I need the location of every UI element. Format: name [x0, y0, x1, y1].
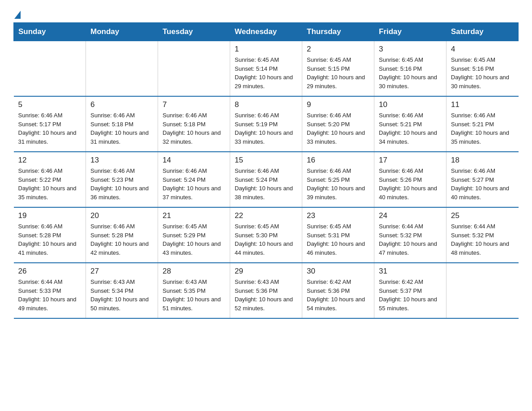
- day-number: 18: [451, 156, 514, 165]
- day-cell: 5Sunrise: 6:46 AM Sunset: 5:17 PM Daylig…: [14, 96, 86, 152]
- day-number: 11: [451, 100, 514, 109]
- day-info: Sunrise: 6:46 AM Sunset: 5:18 PM Dayligh…: [163, 111, 225, 146]
- weekday-monday: Monday: [86, 23, 158, 41]
- day-number: 25: [451, 211, 514, 220]
- day-cell: 8Sunrise: 6:46 AM Sunset: 5:19 PM Daylig…: [230, 96, 302, 152]
- day-cell: 16Sunrise: 6:46 AM Sunset: 5:25 PM Dayli…: [302, 152, 374, 207]
- weekday-sunday: Sunday: [14, 23, 86, 41]
- day-cell: 10Sunrise: 6:46 AM Sunset: 5:21 PM Dayli…: [374, 96, 446, 152]
- logo: [13, 9, 21, 18]
- week-row-3: 12Sunrise: 6:46 AM Sunset: 5:22 PM Dayli…: [14, 152, 519, 207]
- day-cell: 23Sunrise: 6:45 AM Sunset: 5:31 PM Dayli…: [302, 207, 374, 263]
- day-cell: 3Sunrise: 6:45 AM Sunset: 5:16 PM Daylig…: [374, 41, 446, 97]
- day-number: 10: [379, 100, 442, 109]
- day-cell: 1Sunrise: 6:45 AM Sunset: 5:14 PM Daylig…: [230, 41, 302, 97]
- day-info: Sunrise: 6:46 AM Sunset: 5:24 PM Dayligh…: [235, 167, 297, 201]
- day-number: 29: [235, 267, 297, 276]
- day-number: 26: [18, 267, 82, 276]
- day-cell: 6Sunrise: 6:46 AM Sunset: 5:18 PM Daylig…: [86, 96, 158, 152]
- day-cell: 22Sunrise: 6:45 AM Sunset: 5:30 PM Dayli…: [230, 207, 302, 263]
- day-info: Sunrise: 6:46 AM Sunset: 5:19 PM Dayligh…: [235, 111, 297, 146]
- day-info: Sunrise: 6:44 AM Sunset: 5:33 PM Dayligh…: [18, 278, 82, 313]
- day-number: 19: [18, 211, 82, 220]
- day-number: 16: [307, 156, 369, 165]
- day-cell: 31Sunrise: 6:42 AM Sunset: 5:37 PM Dayli…: [374, 263, 446, 318]
- day-cell: 28Sunrise: 6:43 AM Sunset: 5:35 PM Dayli…: [158, 263, 230, 318]
- day-info: Sunrise: 6:45 AM Sunset: 5:14 PM Dayligh…: [235, 56, 297, 90]
- calendar-body: 1Sunrise: 6:45 AM Sunset: 5:14 PM Daylig…: [14, 41, 519, 319]
- day-cell: 24Sunrise: 6:44 AM Sunset: 5:32 PM Dayli…: [374, 207, 446, 263]
- day-info: Sunrise: 6:45 AM Sunset: 5:29 PM Dayligh…: [163, 222, 225, 257]
- weekday-wednesday: Wednesday: [230, 23, 302, 41]
- weekday-friday: Friday: [374, 23, 446, 41]
- logo-arrow-icon: [14, 11, 21, 19]
- day-info: Sunrise: 6:45 AM Sunset: 5:16 PM Dayligh…: [379, 56, 442, 90]
- weekday-tuesday: Tuesday: [158, 23, 230, 41]
- day-info: Sunrise: 6:46 AM Sunset: 5:24 PM Dayligh…: [163, 167, 225, 201]
- day-info: Sunrise: 6:46 AM Sunset: 5:20 PM Dayligh…: [307, 111, 369, 146]
- day-cell: [86, 41, 158, 97]
- day-number: 31: [379, 267, 442, 276]
- day-cell: [158, 41, 230, 97]
- day-cell: 7Sunrise: 6:46 AM Sunset: 5:18 PM Daylig…: [158, 96, 230, 152]
- day-number: 9: [307, 100, 369, 109]
- day-number: 28: [163, 267, 225, 276]
- day-info: Sunrise: 6:45 AM Sunset: 5:30 PM Dayligh…: [235, 222, 297, 257]
- day-number: 7: [163, 100, 225, 109]
- day-number: 2: [307, 45, 369, 54]
- day-info: Sunrise: 6:45 AM Sunset: 5:16 PM Dayligh…: [451, 56, 514, 90]
- day-info: Sunrise: 6:43 AM Sunset: 5:34 PM Dayligh…: [90, 278, 153, 313]
- week-row-4: 19Sunrise: 6:46 AM Sunset: 5:28 PM Dayli…: [14, 207, 519, 263]
- day-cell: 17Sunrise: 6:46 AM Sunset: 5:26 PM Dayli…: [374, 152, 446, 207]
- week-row-2: 5Sunrise: 6:46 AM Sunset: 5:17 PM Daylig…: [14, 96, 519, 152]
- day-info: Sunrise: 6:46 AM Sunset: 5:28 PM Dayligh…: [90, 222, 153, 257]
- day-info: Sunrise: 6:46 AM Sunset: 5:18 PM Dayligh…: [90, 111, 153, 146]
- day-cell: 4Sunrise: 6:45 AM Sunset: 5:16 PM Daylig…: [446, 41, 519, 97]
- day-number: 24: [379, 211, 442, 220]
- day-cell: 27Sunrise: 6:43 AM Sunset: 5:34 PM Dayli…: [86, 263, 158, 318]
- week-row-1: 1Sunrise: 6:45 AM Sunset: 5:14 PM Daylig…: [14, 41, 519, 97]
- day-number: 8: [235, 100, 297, 109]
- day-number: 21: [163, 211, 225, 220]
- day-info: Sunrise: 6:44 AM Sunset: 5:32 PM Dayligh…: [379, 222, 442, 257]
- day-number: 4: [451, 45, 514, 54]
- day-cell: 15Sunrise: 6:46 AM Sunset: 5:24 PM Dayli…: [230, 152, 302, 207]
- day-number: 27: [90, 267, 153, 276]
- day-number: 5: [18, 100, 82, 109]
- day-info: Sunrise: 6:42 AM Sunset: 5:37 PM Dayligh…: [379, 278, 442, 313]
- day-info: Sunrise: 6:46 AM Sunset: 5:27 PM Dayligh…: [451, 167, 514, 201]
- day-info: Sunrise: 6:46 AM Sunset: 5:21 PM Dayligh…: [379, 111, 442, 146]
- day-cell: 26Sunrise: 6:44 AM Sunset: 5:33 PM Dayli…: [14, 263, 86, 318]
- day-number: 6: [90, 100, 153, 109]
- day-number: 3: [379, 45, 442, 54]
- day-info: Sunrise: 6:42 AM Sunset: 5:36 PM Dayligh…: [307, 278, 369, 313]
- day-info: Sunrise: 6:45 AM Sunset: 5:15 PM Dayligh…: [307, 56, 369, 90]
- weekday-saturday: Saturday: [446, 23, 519, 41]
- day-info: Sunrise: 6:46 AM Sunset: 5:21 PM Dayligh…: [451, 111, 514, 146]
- day-number: 15: [235, 156, 297, 165]
- day-cell: 14Sunrise: 6:46 AM Sunset: 5:24 PM Dayli…: [158, 152, 230, 207]
- day-number: 14: [163, 156, 225, 165]
- day-cell: 9Sunrise: 6:46 AM Sunset: 5:20 PM Daylig…: [302, 96, 374, 152]
- day-cell: [446, 263, 519, 318]
- day-cell: 19Sunrise: 6:46 AM Sunset: 5:28 PM Dayli…: [14, 207, 86, 263]
- day-cell: 20Sunrise: 6:46 AM Sunset: 5:28 PM Dayli…: [86, 207, 158, 263]
- day-cell: 21Sunrise: 6:45 AM Sunset: 5:29 PM Dayli…: [158, 207, 230, 263]
- day-info: Sunrise: 6:46 AM Sunset: 5:25 PM Dayligh…: [307, 167, 369, 201]
- day-info: Sunrise: 6:46 AM Sunset: 5:26 PM Dayligh…: [379, 167, 442, 201]
- day-number: 17: [379, 156, 442, 165]
- weekday-header-row: SundayMondayTuesdayWednesdayThursdayFrid…: [14, 23, 519, 41]
- day-info: Sunrise: 6:46 AM Sunset: 5:17 PM Dayligh…: [18, 111, 82, 146]
- page-header: [13, 9, 519, 18]
- day-info: Sunrise: 6:46 AM Sunset: 5:23 PM Dayligh…: [90, 167, 153, 201]
- day-cell: [14, 41, 86, 97]
- day-number: 1: [235, 45, 297, 54]
- day-cell: 11Sunrise: 6:46 AM Sunset: 5:21 PM Dayli…: [446, 96, 519, 152]
- day-cell: 30Sunrise: 6:42 AM Sunset: 5:36 PM Dayli…: [302, 263, 374, 318]
- day-info: Sunrise: 6:44 AM Sunset: 5:32 PM Dayligh…: [451, 222, 514, 257]
- day-info: Sunrise: 6:45 AM Sunset: 5:31 PM Dayligh…: [307, 222, 369, 257]
- day-number: 23: [307, 211, 369, 220]
- day-cell: 2Sunrise: 6:45 AM Sunset: 5:15 PM Daylig…: [302, 41, 374, 97]
- day-cell: 25Sunrise: 6:44 AM Sunset: 5:32 PM Dayli…: [446, 207, 519, 263]
- weekday-thursday: Thursday: [302, 23, 374, 41]
